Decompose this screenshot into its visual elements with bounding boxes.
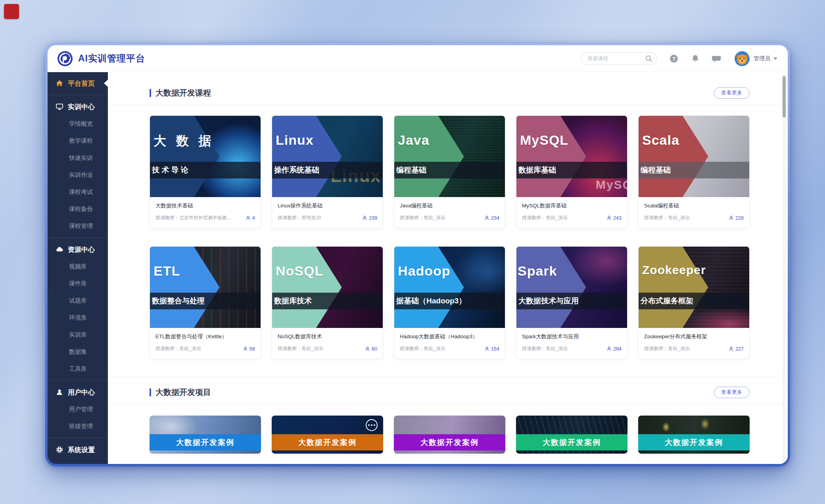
project-banner: 大数据开发案例 bbox=[516, 434, 627, 450]
help-button[interactable]: ? bbox=[669, 54, 679, 63]
search-icon[interactable] bbox=[645, 55, 653, 63]
course-card[interactable]: Java 编程基础 Java编程基础 授课教师：售前_演示 234 bbox=[394, 115, 505, 228]
course-name: 大数据技术基础 bbox=[155, 202, 255, 209]
course-card[interactable]: Zookeeper 分布式服务框架 Zookeeper分布式服务框架 授课教师：… bbox=[638, 246, 750, 359]
student-count: 243 bbox=[606, 215, 622, 221]
sidebar-item-home[interactable]: 平台首页 bbox=[48, 75, 108, 92]
cover-arrow bbox=[272, 116, 342, 197]
sidebar-item-user-management[interactable]: 用户管理 bbox=[48, 401, 108, 418]
course-teacher: 授课教师：售前_演示 bbox=[644, 345, 690, 352]
course-search[interactable] bbox=[581, 52, 657, 65]
course-card[interactable]: Scala 编程基础 Scala编程基础 授课教师：售前_演示 228 bbox=[638, 115, 750, 228]
cloud-icon bbox=[56, 245, 63, 253]
course-teacher: 授课教师：售前_演示 bbox=[278, 345, 323, 352]
course-name: MySQL数据库基础 bbox=[522, 202, 622, 209]
section-title: 大数据开发项目 bbox=[150, 387, 211, 398]
course-card[interactable]: ETL 数据整合与处理 ETL数据整合与处理（Kettle） 授课教师：售前_演… bbox=[150, 246, 261, 359]
sidebar-item-user-center[interactable]: 用户中心 bbox=[48, 383, 108, 401]
sidebar-item-course-backup[interactable]: 课程备份 bbox=[48, 201, 108, 218]
sidebar-item-resource-center[interactable]: 资源中心 bbox=[48, 241, 108, 258]
course-teacher: 授课教师：售前_演示 bbox=[522, 345, 568, 352]
person-icon bbox=[606, 346, 612, 351]
project-card[interactable]: 大数据开发案例 bbox=[272, 416, 383, 454]
app-logo-icon bbox=[57, 51, 73, 67]
person-icon bbox=[484, 215, 489, 220]
sidebar-item-question-library[interactable]: 试题库 bbox=[48, 292, 108, 309]
sidebar-item-datasets[interactable]: 数据集 bbox=[48, 343, 108, 360]
course-cover: Zookeeper 分布式服务框架 bbox=[639, 247, 749, 328]
chevron-down-icon[interactable] bbox=[773, 57, 777, 60]
more-dots-icon bbox=[366, 419, 378, 431]
course-grid-row1: 大 数 据 技 术 导 论 大数据技术基础 授课教师：北京市对外贸易学校教...… bbox=[150, 115, 750, 228]
person-icon bbox=[243, 346, 248, 351]
view-more-projects-button[interactable]: 查看更多 bbox=[714, 387, 750, 398]
student-count: 234 bbox=[484, 215, 499, 221]
scrollbar-thumb[interactable] bbox=[783, 76, 786, 117]
project-banner: 大数据开发案例 bbox=[150, 434, 261, 450]
sidebar-item-quick-training[interactable]: 快速实训 bbox=[48, 149, 108, 167]
course-cover: Hadoop 据基础（Hadoop3） bbox=[394, 247, 505, 328]
section-divider bbox=[108, 404, 788, 404]
section-title: 大数据开发课程 bbox=[150, 88, 211, 98]
sidebar-item-training-library[interactable]: 实训库 bbox=[48, 326, 108, 343]
view-more-courses-button[interactable]: 查看更多 bbox=[714, 87, 750, 99]
active-indicator bbox=[104, 80, 108, 87]
sidebar-item-course-management[interactable]: 课程管理 bbox=[48, 218, 108, 235]
cover-arrow bbox=[639, 116, 708, 197]
project-card[interactable]: 大数据开发案例 bbox=[516, 416, 627, 454]
section-divider bbox=[108, 105, 788, 105]
sidebar-item-system-settings[interactable]: 系统设置 bbox=[48, 441, 108, 458]
sidebar-item-training-homework[interactable]: 实训作业 bbox=[48, 167, 108, 184]
course-name: NoSQL数据库技术 bbox=[278, 333, 377, 340]
sidebar-item-learning-overview[interactable]: 学情概览 bbox=[48, 115, 108, 132]
course-card[interactable]: Spark 大数据技术与应用 Spark大数据技术与应用 授课教师：售前_演示 … bbox=[516, 246, 627, 359]
course-grid-row2: ETL 数据整合与处理 ETL数据整合与处理（Kettle） 授课教师：售前_演… bbox=[150, 246, 750, 359]
person-icon bbox=[729, 346, 734, 351]
course-cover: Spark 大数据技术与应用 bbox=[516, 247, 627, 328]
person-icon bbox=[606, 215, 612, 220]
cover-arrow bbox=[639, 247, 708, 328]
course-card[interactable]: 大 数 据 技 术 导 论 大数据技术基础 授课教师：北京市对外贸易学校教...… bbox=[150, 115, 261, 228]
course-cover: MySQ MySQL 数据库基础 bbox=[516, 116, 627, 197]
sidebar-item-environment-library[interactable]: 环境库 bbox=[48, 309, 108, 326]
project-card[interactable]: 大数据开发案例 bbox=[150, 416, 261, 454]
project-card[interactable]: 大数据开发案例 bbox=[638, 416, 750, 454]
sidebar-item-tool-library[interactable]: 工具库 bbox=[48, 360, 108, 378]
top-header: AI实训管理平台 ? bbox=[48, 45, 788, 72]
course-card[interactable]: Linux Linux 操作系统基础 Linux操作系统基础 授课教师：管理员1… bbox=[272, 115, 383, 228]
sidebar-divider bbox=[48, 380, 108, 381]
student-count: 58 bbox=[243, 346, 255, 352]
avatar[interactable] bbox=[735, 51, 750, 66]
course-card[interactable]: Hadoop 据基础（Hadoop3） Hadoop大数据基础（Hadoop3）… bbox=[394, 246, 505, 359]
messages-button[interactable] bbox=[712, 54, 722, 63]
svg-text:?: ? bbox=[672, 56, 675, 61]
person-icon bbox=[365, 346, 370, 351]
notifications-button[interactable] bbox=[691, 54, 700, 63]
sidebar-item-courseware-library[interactable]: 课件库 bbox=[48, 275, 108, 292]
course-cover: Scala 编程基础 bbox=[639, 116, 749, 197]
person-icon bbox=[484, 346, 489, 351]
sidebar-item-training-center[interactable]: 实训中心 bbox=[48, 98, 108, 115]
cover-arrow bbox=[516, 116, 586, 197]
course-teacher: 授课教师：售前_演示 bbox=[522, 215, 568, 221]
gear-icon bbox=[56, 446, 63, 454]
cover-arrow bbox=[516, 247, 586, 328]
course-name: Zookeeper分布式服务框架 bbox=[644, 333, 744, 340]
project-card[interactable]: 大数据开发案例 bbox=[394, 416, 505, 454]
student-count: 4 bbox=[246, 215, 255, 221]
sidebar-item-class-management[interactable]: 班级管理 bbox=[48, 418, 108, 435]
course-card[interactable]: MySQ MySQL 数据库基础 MySQL数据库基础 授课教师：售前_演示 bbox=[516, 115, 627, 228]
course-name: Hadoop大数据基础（Hadoop3） bbox=[400, 333, 499, 340]
course-name: Linux操作系统基础 bbox=[278, 202, 377, 209]
cover-arrow bbox=[394, 247, 464, 328]
course-card[interactable]: NoSQL 数据库技术 NoSQL数据库技术 授课教师：售前_演示 60 bbox=[272, 246, 383, 359]
sidebar-item-teaching-courses[interactable]: 教学课程 bbox=[48, 132, 108, 149]
user-name[interactable]: 管理员 bbox=[754, 55, 770, 62]
user-icon bbox=[56, 388, 63, 396]
scrollbar[interactable] bbox=[782, 74, 786, 462]
course-teacher: 授课教师：北京市对外贸易学校教... bbox=[155, 215, 231, 221]
sidebar-item-course-exams[interactable]: 课程考试 bbox=[48, 184, 108, 201]
question-icon: ? bbox=[669, 54, 679, 63]
sidebar-item-video-library[interactable]: 视频库 bbox=[48, 258, 108, 275]
monitor-icon bbox=[56, 103, 63, 111]
